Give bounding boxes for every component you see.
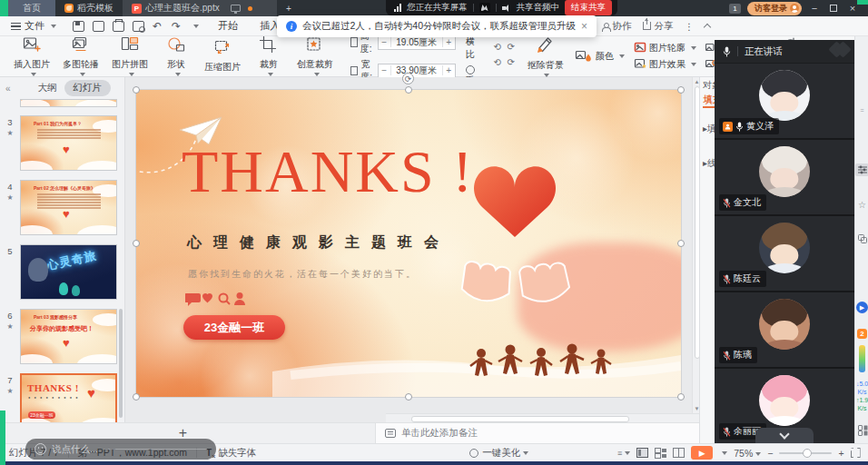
ribbon-carousel-button[interactable]: 多图轮播 xyxy=(56,36,105,76)
print-preview-icon[interactable] xyxy=(133,21,144,32)
tab-docer[interactable]: 稻壳模板 xyxy=(55,0,123,16)
collapse-ribbon-icon[interactable] xyxy=(704,24,711,31)
notes-bar[interactable]: 单击此处添加备注 xyxy=(375,422,699,443)
flip-v-button[interactable]: ⟳ xyxy=(505,57,518,72)
play-caret-icon[interactable] xyxy=(722,451,727,455)
selection-handle-ne[interactable] xyxy=(677,86,685,94)
properties-icon[interactable] xyxy=(855,163,868,176)
ribbon-shape-button[interactable]: 形状 xyxy=(154,36,198,76)
rotate-right-90-button[interactable]: ⟳ xyxy=(505,42,518,56)
props-row-fill[interactable]: ▸填充 xyxy=(700,121,715,135)
participant-黄义泽[interactable]: 黄义泽 xyxy=(715,64,854,140)
thumbnail-slide-6[interactable]: 6★Part 03 观影感悟分享分享你的观影感受吧！♥ xyxy=(0,309,124,369)
more-menu-button[interactable]: ⋮ xyxy=(685,21,695,32)
properties-panel-sliver[interactable]: 对象 填充 ▸填充 ▸线条 xyxy=(699,77,715,443)
selection-handle-se[interactable] xyxy=(677,393,685,401)
grid-icon[interactable] xyxy=(855,425,868,434)
panel-collapse-button[interactable]: « xyxy=(5,84,11,94)
file-menu[interactable]: 文件 xyxy=(0,19,64,33)
emoji-icon[interactable] xyxy=(35,443,46,455)
danmaku-input[interactable]: 说点什么... xyxy=(25,439,216,460)
slide-editor[interactable]: THANKS ! 心理健康观影主题班会 愿你找到生命的火花，活在每一个美好的当下… xyxy=(136,90,681,397)
slideshow-play-button[interactable]: ▶ xyxy=(691,446,713,460)
tab-outline[interactable]: 大纲 xyxy=(38,82,57,94)
view-normal-button[interactable] xyxy=(636,448,648,458)
selection-handle-sw[interactable] xyxy=(133,393,140,401)
participant-金文北[interactable]: 金文北 xyxy=(715,140,854,216)
beautify-button[interactable]: 一键美化 xyxy=(460,447,538,460)
view-reading-button[interactable] xyxy=(673,448,685,458)
tab-slides[interactable]: 幻灯片 xyxy=(64,80,112,96)
thumbnail-slide-5[interactable]: 5心灵奇旅 xyxy=(0,244,124,304)
collab-button[interactable]: 协作 xyxy=(602,20,632,33)
star-icon[interactable]: ☆ xyxy=(855,200,868,210)
thumbnails-scrollbar[interactable] xyxy=(119,309,123,418)
toolbar-caret-icon[interactable] xyxy=(193,25,199,28)
zoom-in-button[interactable]: + xyxy=(838,448,843,459)
redo-icon[interactable]: ↷ xyxy=(172,20,182,33)
participant-陈璃[interactable]: 陈璃 xyxy=(715,292,854,369)
tab-home[interactable]: 首页 xyxy=(8,0,55,16)
thumbnail-slide-7[interactable]: 7★THANKS !● ● ● ● ● ● ● ● ●♥23金融一班 xyxy=(0,373,124,422)
minimize-button[interactable]: − xyxy=(808,3,821,14)
save-icon[interactable] xyxy=(73,21,84,32)
ribbon-compress-button[interactable]: 压缩图片 xyxy=(198,36,247,76)
slide-tagline[interactable]: 愿你找到生命的火花，活在每一个美好的当下。 xyxy=(188,268,417,281)
selection-handle-n[interactable] xyxy=(405,86,412,94)
notification-count-badge[interactable]: 2 xyxy=(855,329,868,339)
thumbnail-slide-4[interactable]: 4★Part 02 怎么理解《心灵奇旅》♥ xyxy=(0,180,124,240)
ribbon-outline-button[interactable]: 图片轮廓 xyxy=(634,42,696,54)
slide-canvas[interactable]: THANKS ! 心理健康观影主题班会 愿你找到生命的火花，活在每一个美好的当下… xyxy=(125,77,699,413)
sharing-screen-label: 您正在共享屏幕 xyxy=(407,2,468,14)
slide-title[interactable]: THANKS ! xyxy=(182,137,474,206)
heart-in-hands-graphic[interactable] xyxy=(456,146,574,337)
fit-screen-icon[interactable] xyxy=(851,448,861,458)
chevron-down-icon xyxy=(779,429,789,439)
ribbon-matting-button[interactable]: 抠除背景 xyxy=(521,36,570,76)
selection-handle-nw[interactable] xyxy=(133,86,140,94)
ribbon-crop-button[interactable]: 裁剪 xyxy=(247,36,291,76)
thumbnail-slide-2-partial[interactable] xyxy=(0,99,124,108)
guest-login-button[interactable]: 访客登录 xyxy=(747,2,802,15)
panel-collapse-chevron[interactable] xyxy=(755,428,814,443)
display-options-button[interactable]: ≡ xyxy=(617,449,630,458)
ribbon-color-button[interactable]: 颜色 xyxy=(575,49,625,64)
selection-handle-e[interactable] xyxy=(677,240,685,247)
flip-h-button[interactable]: ⟲ xyxy=(491,57,504,72)
tab-document[interactable]: P 心理主题班会.pptx xyxy=(123,0,277,16)
selection-handle-w[interactable] xyxy=(133,240,140,247)
ribbon-collage-button[interactable]: 图片拼图 xyxy=(105,36,154,76)
zoom-slider[interactable] xyxy=(779,452,832,454)
assistant-float-icon[interactable]: ▶ xyxy=(855,302,868,313)
width-stepper[interactable]: −33.90厘米+ xyxy=(378,64,456,78)
ribbon-insert-image-button[interactable]: 插入图片 xyxy=(7,36,56,76)
zoom-percent[interactable]: 75% xyxy=(734,448,761,459)
zoom-knob[interactable] xyxy=(803,449,812,458)
print-icon[interactable] xyxy=(113,21,124,32)
undo-icon[interactable]: ↶ xyxy=(153,20,163,33)
stop-share-button[interactable]: 结束共享 xyxy=(565,0,612,15)
restore-button[interactable] xyxy=(827,3,840,14)
menu-tab-0[interactable]: 开始 xyxy=(208,16,248,35)
share-button[interactable]: 分享 xyxy=(643,20,674,33)
zoom-out-button[interactable]: − xyxy=(767,448,773,459)
props-row-line[interactable]: ▸线条 xyxy=(700,155,715,170)
output-icon[interactable] xyxy=(93,21,104,32)
slide-subtitle[interactable]: 心理健康观影主题班会 xyxy=(187,233,450,252)
shapes-icon[interactable] xyxy=(855,234,868,243)
rotate-handle[interactable]: ⟳ xyxy=(402,73,414,84)
selection-handle-s[interactable] xyxy=(405,393,412,401)
participant-陈廷云[interactable]: 陈廷云 xyxy=(715,216,854,292)
rotate-left-90-button[interactable]: ⟲ xyxy=(491,42,504,56)
ribbon-creative-crop-button[interactable]: 创意裁剪 xyxy=(291,36,340,76)
new-tab-button[interactable]: + xyxy=(277,0,301,16)
width-value[interactable]: 33.90厘米 xyxy=(391,64,442,77)
notification-close-button[interactable]: × xyxy=(581,20,587,33)
thumbnail-slide-3[interactable]: 3★Part 01 我们为何孤单？♥ xyxy=(0,115,124,175)
props-fill-tab[interactable]: 填充 xyxy=(703,94,715,108)
ribbon-effects-button[interactable]: 图片效果 xyxy=(634,58,696,71)
view-sorter-button[interactable] xyxy=(655,448,666,458)
height-value[interactable]: 19.05厘米 xyxy=(391,36,442,49)
class-badge[interactable]: 23金融一班 xyxy=(183,315,285,340)
taskbar-edge xyxy=(0,461,868,465)
